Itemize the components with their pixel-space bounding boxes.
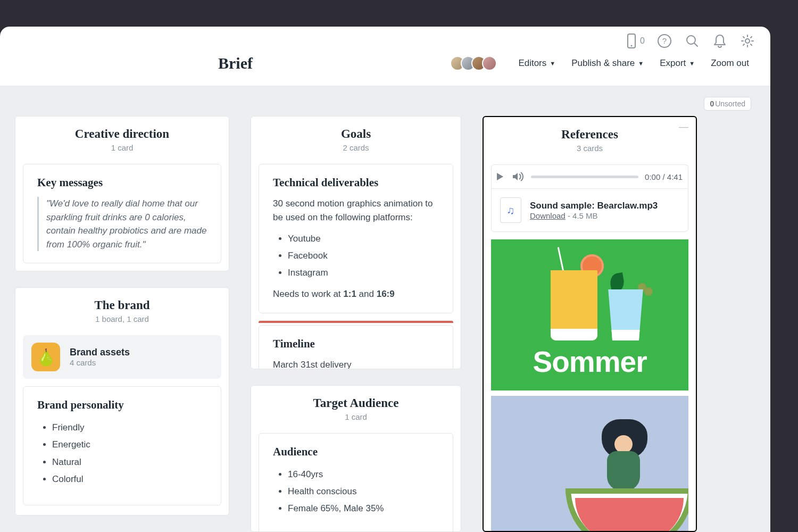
help-icon: ? <box>657 34 672 48</box>
column-1: Creative direction 1 card Key messages "… <box>15 116 229 532</box>
unsorted-badge[interactable]: 0Unsorted <box>704 97 751 111</box>
phone-icon <box>626 33 637 49</box>
board-target-audience[interactable]: Target Audience 1 card Audience 16-40yrs… <box>251 385 461 532</box>
music-file-icon: ♫ <box>500 197 521 223</box>
topbar: 0 ? <box>0 27 770 55</box>
play-icon[interactable] <box>495 171 505 182</box>
illustration-logo-text: Sommer <box>491 345 688 379</box>
brand-traits-list: Friendly Energetic Natural Colorful <box>37 419 207 488</box>
svg-line-5 <box>694 43 697 46</box>
list-item: Facebook <box>288 247 439 264</box>
file-attachment[interactable]: ♫ Sound sample: Bearclaw.mp3 Download - … <box>491 188 688 232</box>
nested-board-brand-assets[interactable]: 🍐 Brand assets 4 cards <box>23 335 221 379</box>
audio-player[interactable]: 0:00 / 4:41 <box>491 164 688 188</box>
list-item: Natural <box>52 454 207 471</box>
reference-image-girl[interactable] <box>491 396 688 531</box>
export-menu[interactable]: Export ▼ <box>660 58 695 69</box>
board-subtitle: 2 cards <box>262 143 450 152</box>
card-body: March 31st delivery <box>273 358 439 369</box>
audio-time: 0:00 / 4:41 <box>645 172 683 181</box>
board-subtitle: 1 card <box>262 412 450 421</box>
board-creative-direction[interactable]: Creative direction 1 card Key messages "… <box>15 116 229 271</box>
illustration-body <box>607 451 640 491</box>
list-item: Friendly <box>52 419 207 436</box>
chevron-down-icon: ▼ <box>638 60 644 66</box>
list-item: Instagram <box>288 264 439 281</box>
board-subtitle: 1 board, 1 card <box>26 314 218 323</box>
svg-point-1 <box>631 45 633 47</box>
app-window: 0 ? Brief Editors ▼ Publish & share <box>0 27 770 532</box>
list-item: Youtube <box>288 230 439 247</box>
file-meta: Download - 4.5 MB <box>530 211 658 220</box>
illustration-glass <box>551 270 597 340</box>
card-title: Timeline <box>273 337 439 351</box>
svg-text:?: ? <box>662 36 667 45</box>
card-body: 30 second motion graphics animation to b… <box>273 197 439 225</box>
mobile-preview-button[interactable]: 0 <box>626 33 645 49</box>
reference-image-sommer[interactable]: Sommer <box>491 239 688 390</box>
board-the-brand[interactable]: The brand 1 board, 1 card 🍐 Brand assets… <box>15 287 229 516</box>
chevron-down-icon: ▼ <box>550 60 555 66</box>
nested-board-title: Brand assets <box>70 347 130 358</box>
header: Brief Editors ▼ Publish & share ▼ Export… <box>0 55 770 86</box>
search-button[interactable] <box>684 33 700 49</box>
volume-icon[interactable] <box>512 171 525 182</box>
file-name: Sound sample: Bearclaw.mp3 <box>530 201 658 211</box>
svg-marker-7 <box>497 173 503 180</box>
board-references[interactable]: ― References 3 cards 0:00 / 4:41 ♫ Sound… <box>483 116 697 532</box>
list-item: Colorful <box>52 471 207 488</box>
brand-assets-icon: 🍐 <box>31 343 60 371</box>
editors-menu[interactable]: Editors ▼ <box>518 58 555 69</box>
list-item: Health conscious <box>288 483 439 500</box>
collaborator-avatars[interactable] <box>454 56 497 71</box>
column-3: ― References 3 cards 0:00 / 4:41 ♫ Sound… <box>483 116 697 532</box>
minimize-button[interactable]: ― <box>679 121 688 132</box>
card-title: Key messages <box>37 176 207 189</box>
list-item: Energetic <box>52 436 207 453</box>
card-key-messages[interactable]: Key messages "We'd love to really dial h… <box>23 164 221 263</box>
card-title: Audience <box>273 445 439 459</box>
audience-list: 16-40yrs Health conscious Female 65%, Ma… <box>273 466 439 518</box>
board-title[interactable]: Target Audience <box>262 396 450 410</box>
publish-share-menu[interactable]: Publish & share ▼ <box>571 58 644 69</box>
gear-icon <box>740 34 755 48</box>
download-link[interactable]: Download <box>530 211 566 220</box>
chevron-down-icon: ▼ <box>689 60 695 66</box>
svg-marker-8 <box>513 173 518 180</box>
card-technical-deliverables[interactable]: Technical deliverables 30 second motion … <box>259 164 453 313</box>
help-button[interactable]: ? <box>656 33 672 49</box>
list-item: 16-40yrs <box>288 466 439 483</box>
zoom-out-button[interactable]: Zoom out <box>711 58 749 69</box>
card-timeline[interactable]: Timeline March 31st delivery <box>259 325 453 369</box>
board-goals[interactable]: Goals 2 cards Technical deliverables 30 … <box>251 116 461 369</box>
card-title: Brand personality <box>37 398 207 412</box>
card-audience[interactable]: Audience 16-40yrs Health conscious Femal… <box>259 433 453 532</box>
avatar[interactable] <box>482 56 497 71</box>
aspect-ratio-note: Needs to work at 1:1 and 16:9 <box>273 287 439 301</box>
platforms-list: Youtube Facebook Instagram <box>273 230 439 282</box>
card-title: Technical deliverables <box>273 176 439 189</box>
bell-icon <box>713 34 727 48</box>
illustration-olive <box>644 287 653 296</box>
card-brand-personality[interactable]: Brand personality Friendly Energetic Nat… <box>23 386 221 505</box>
board-canvas[interactable]: 0Unsorted Creative direction 1 card Key … <box>0 86 770 532</box>
nested-board-subtitle: 4 cards <box>70 358 130 367</box>
card-color-bar <box>259 321 453 323</box>
search-icon <box>685 34 700 48</box>
board-subtitle: 1 card <box>26 143 218 152</box>
mobile-preview-count: 0 <box>640 36 645 46</box>
illustration-glass <box>605 289 646 340</box>
board-title[interactable]: Creative direction <box>26 127 218 141</box>
settings-button[interactable] <box>739 33 755 49</box>
list-item: Female 65%, Male 35% <box>288 500 439 517</box>
illustration-watermelon <box>566 488 688 531</box>
svg-point-6 <box>745 39 750 43</box>
notifications-button[interactable] <box>712 33 728 49</box>
audio-track[interactable] <box>531 176 638 178</box>
board-title[interactable]: References <box>494 128 685 142</box>
board-title[interactable]: The brand <box>26 298 218 312</box>
illustration-head <box>614 435 633 453</box>
board-title[interactable]: Goals <box>262 127 450 141</box>
card-quote: "We'd love to really dial home that our … <box>37 197 207 251</box>
page-title[interactable]: Brief <box>218 54 253 72</box>
